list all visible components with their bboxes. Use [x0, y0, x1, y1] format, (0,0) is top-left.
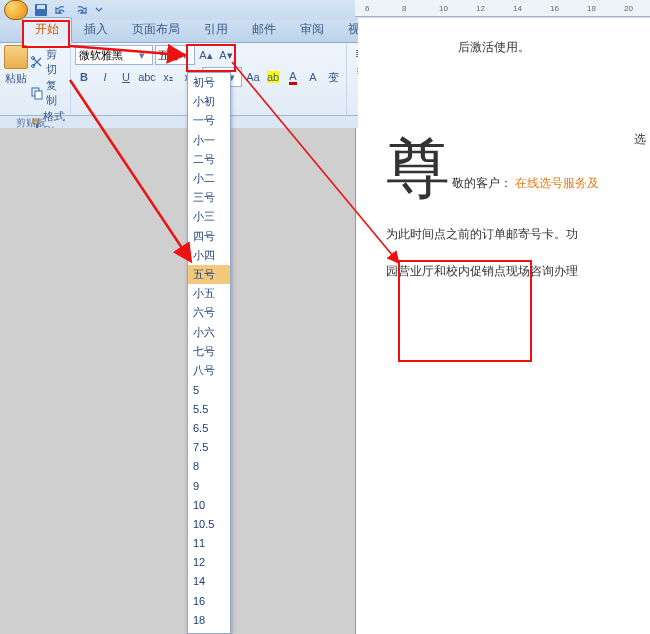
copy-button[interactable]: 复制: [30, 78, 66, 108]
font-size-option[interactable]: 小四: [188, 246, 230, 265]
shrink-font-button[interactable]: A▾: [217, 46, 235, 64]
font-size-option[interactable]: 8: [188, 457, 230, 476]
qat-more-icon[interactable]: [94, 3, 108, 17]
doc-after-big: 敬的客户：: [452, 176, 512, 190]
font-size-option[interactable]: 初号: [188, 73, 230, 92]
doc-orange-text: 在线选号服务及: [515, 176, 599, 190]
font-size-option[interactable]: 小初: [188, 92, 230, 111]
font-size-dropdown[interactable]: 初号小初一号小一二号小二三号小三四号小四五号小五六号小六七号八号55.56.57…: [187, 72, 231, 634]
document-body[interactable]: 后激活使用。 选 尊 敬的客户： 在线选号服务及 为此时间点之前的订单邮寄号卡。…: [358, 18, 650, 634]
phonetic-button[interactable]: 变: [324, 68, 342, 86]
font-size-option[interactable]: 小一: [188, 131, 230, 150]
doc-right-note: 选: [634, 128, 646, 151]
font-size-option[interactable]: 六号: [188, 303, 230, 322]
subscript-button[interactable]: x₂: [159, 68, 177, 86]
char-border-button[interactable]: A: [304, 68, 322, 86]
chevron-down-icon: ▾: [139, 49, 149, 62]
font-size-option[interactable]: 五号: [188, 265, 230, 284]
font-size-option[interactable]: 6.5: [188, 418, 230, 437]
tab-insert[interactable]: 插入: [72, 18, 120, 42]
ruler-mark: 10: [439, 4, 448, 13]
font-size-option[interactable]: 16: [188, 591, 230, 610]
italic-button[interactable]: I: [96, 68, 114, 86]
font-size-option[interactable]: 小五: [188, 284, 230, 303]
chevron-down-icon: ▾: [182, 49, 192, 62]
font-size-option[interactable]: 10: [188, 495, 230, 514]
font-color-button[interactable]: A: [284, 68, 302, 86]
save-icon[interactable]: [34, 3, 48, 17]
undo-icon[interactable]: [54, 3, 68, 17]
tab-mailings[interactable]: 邮件: [240, 18, 288, 42]
font-size-option[interactable]: 7.5: [188, 438, 230, 457]
svg-rect-1: [37, 5, 45, 9]
font-size-option[interactable]: 小三: [188, 207, 230, 226]
gray-background: [0, 128, 355, 634]
font-size-option[interactable]: 七号: [188, 342, 230, 361]
doc-p2: 为此时间点之前的订单邮寄号卡。功: [386, 223, 642, 246]
redo-icon[interactable]: [74, 3, 88, 17]
font-size-option[interactable]: 小二: [188, 169, 230, 188]
font-size-option[interactable]: 10.5: [188, 514, 230, 533]
tab-layout[interactable]: 页面布局: [120, 18, 192, 42]
svg-rect-5: [35, 91, 42, 99]
ruler-mark: 20: [624, 4, 633, 13]
underline-button[interactable]: U: [117, 68, 135, 86]
font-size-option[interactable]: 5.5: [188, 399, 230, 418]
ruler-mark: 6: [365, 4, 369, 13]
tab-home[interactable]: 开始: [22, 17, 72, 43]
doc-p3: 园营业厅和校内促销点现场咨询办理: [386, 260, 642, 283]
font-size-option[interactable]: 5: [188, 380, 230, 399]
ruler-mark: 14: [513, 4, 522, 13]
strike-button[interactable]: abc: [138, 68, 156, 86]
font-size-option[interactable]: 20: [188, 629, 230, 634]
font-size-option[interactable]: 9: [188, 476, 230, 495]
tab-references[interactable]: 引用: [192, 18, 240, 42]
cut-button[interactable]: 剪切: [30, 47, 66, 77]
font-name-combo[interactable]: 微软雅黑 ▾: [75, 45, 153, 65]
tab-review[interactable]: 审阅: [288, 18, 336, 42]
font-size-option[interactable]: 12: [188, 553, 230, 572]
font-size-combo[interactable]: 五号 ▾: [155, 45, 195, 65]
font-size-option[interactable]: 三号: [188, 188, 230, 207]
ruler-mark: 8: [402, 4, 406, 13]
copy-icon: [30, 86, 43, 100]
clear-format-button[interactable]: Aa: [244, 68, 262, 86]
ruler-mark: 18: [587, 4, 596, 13]
grow-font-button[interactable]: A▴: [197, 46, 215, 64]
paste-icon: [4, 45, 28, 69]
font-size-option[interactable]: 18: [188, 610, 230, 629]
doc-line1: 后激活使用。: [458, 36, 642, 59]
ruler-mark: 16: [550, 4, 559, 13]
font-size-option[interactable]: 八号: [188, 361, 230, 380]
font-size-option[interactable]: 14: [188, 572, 230, 591]
font-size-option[interactable]: 四号: [188, 227, 230, 246]
horizontal-ruler[interactable]: 68101214161820: [355, 0, 650, 17]
font-size-option[interactable]: 一号: [188, 111, 230, 130]
scissors-icon: [30, 55, 43, 69]
ruler-mark: 12: [476, 4, 485, 13]
font-size-option[interactable]: 小六: [188, 322, 230, 341]
font-size-option[interactable]: 二号: [188, 150, 230, 169]
font-size-option[interactable]: 11: [188, 534, 230, 553]
doc-big-char: 尊: [386, 137, 450, 201]
bold-button[interactable]: B: [75, 68, 93, 86]
highlight-button[interactable]: ab: [264, 68, 282, 86]
